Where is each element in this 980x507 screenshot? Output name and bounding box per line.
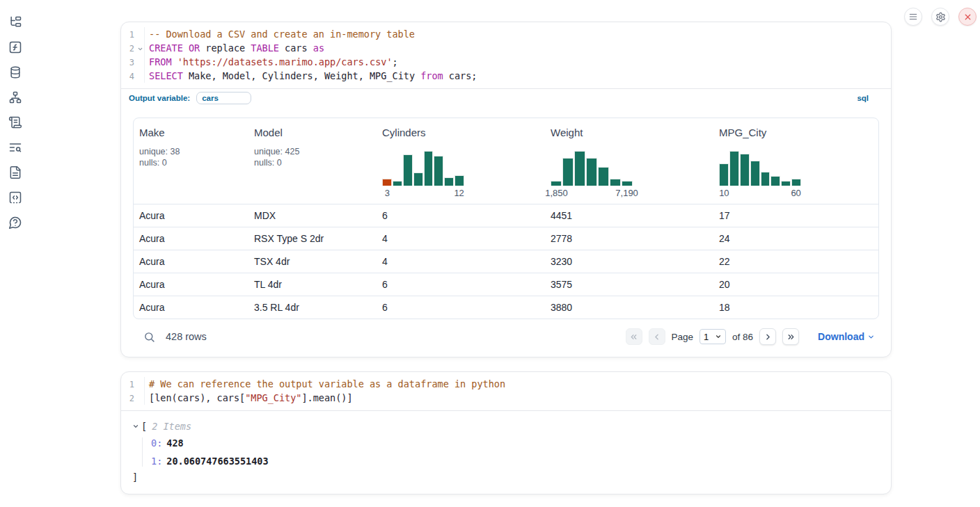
menu-icon xyxy=(908,12,918,22)
sidebar-document-button[interactable] xyxy=(8,166,22,179)
table-cell: Acura xyxy=(134,279,248,290)
output-variable-row: Output variable: sql xyxy=(121,88,891,107)
column-header-cylinders[interactable]: Cylinders312 xyxy=(377,118,545,204)
next-page-button[interactable] xyxy=(759,328,776,345)
python-code-editor[interactable]: 1# We can reference the output variable … xyxy=(121,372,891,410)
python-cell-output: [ 2 Items 0:4281:20.060747663551403 ] xyxy=(121,410,891,494)
table-cell: 6 xyxy=(377,279,545,290)
column-name: Make xyxy=(139,127,243,138)
histogram-bar xyxy=(586,158,597,186)
column-name: MPG_City xyxy=(719,127,873,138)
column-histogram[interactable]: 1,8507,190 xyxy=(551,151,708,198)
notebook: 1-- Download a CSV and create an in-memo… xyxy=(120,22,892,494)
close-icon xyxy=(963,13,972,22)
sidebar-function-button[interactable] xyxy=(8,40,22,54)
table-cell: 4451 xyxy=(545,210,713,221)
output-variable-label: Output variable: xyxy=(129,94,190,102)
row-count: 428 rows xyxy=(166,331,207,342)
histogram-min-label: 3 xyxy=(385,188,390,198)
code-line[interactable]: 2CREATE OR replace TABLE cars as xyxy=(121,41,891,55)
histogram-bar xyxy=(444,177,454,186)
column-header-mpg_city[interactable]: MPG_City1060 xyxy=(713,118,878,204)
column-header-weight[interactable]: Weight1,8507,190 xyxy=(545,118,713,204)
histogram-bars xyxy=(719,151,801,186)
table-cell: 2778 xyxy=(545,233,713,244)
histogram-bar xyxy=(413,172,423,186)
column-histogram[interactable]: 1060 xyxy=(719,151,873,198)
histogram-bar xyxy=(551,181,562,186)
search-icon xyxy=(143,331,155,343)
code-line[interactable]: 4SELECT Make, Model, Cylinders, Weight, … xyxy=(121,69,891,83)
sidebar-help-button[interactable] xyxy=(8,216,22,230)
gear-icon xyxy=(935,12,946,22)
histogram-bars xyxy=(382,151,464,186)
last-page-button[interactable] xyxy=(782,328,799,345)
column-histogram[interactable]: 312 xyxy=(382,151,539,198)
histogram-max-label: 7,190 xyxy=(615,188,638,198)
sidebar-code-snippets-button[interactable] xyxy=(8,191,22,204)
table-cell: 3880 xyxy=(545,302,713,313)
column-stat: unique: 38 xyxy=(139,146,243,157)
histogram-bar xyxy=(750,161,760,186)
previous-page-button[interactable] xyxy=(649,328,665,345)
search-button[interactable] xyxy=(143,331,155,343)
column-stats: unique: 38nulls: 0 xyxy=(139,146,243,168)
log-search-icon xyxy=(8,140,22,154)
sidebar-database-button[interactable] xyxy=(8,65,22,79)
column-header-model[interactable]: Modelunique: 425nulls: 0 xyxy=(248,118,377,204)
histogram-bar xyxy=(781,181,791,186)
settings-button[interactable] xyxy=(931,8,949,26)
histogram-max-label: 60 xyxy=(791,188,800,198)
list-item-index: 1: xyxy=(151,456,162,467)
line-number-gutter: 1 xyxy=(121,27,145,41)
download-label: Download xyxy=(818,331,864,342)
table-cell: 6 xyxy=(377,210,545,221)
close-button[interactable] xyxy=(958,8,977,26)
first-page-button[interactable] xyxy=(626,328,642,345)
sql-cell-output: Makeunique: 38nulls: 0Modelunique: 425nu… xyxy=(121,107,891,357)
line-number-gutter: 1 xyxy=(121,377,145,391)
list-item-value: 20.060747663551403 xyxy=(166,456,268,467)
sidebar-dependency-graph-button[interactable] xyxy=(8,90,22,104)
table-cell: 17 xyxy=(713,210,878,221)
line-number-gutter: 2 xyxy=(121,41,145,55)
code-line[interactable]: 1-- Download a CSV and create an in-memo… xyxy=(121,27,891,41)
histogram-bar xyxy=(761,172,770,186)
page-select-value: 1 xyxy=(704,332,709,342)
line-number: 4 xyxy=(129,70,134,83)
sql-code-editor[interactable]: 1-- Download a CSV and create an in-memo… xyxy=(121,22,891,88)
histogram-bar xyxy=(393,181,402,186)
list-tree-header[interactable]: [ 2 Items xyxy=(132,421,880,432)
table-cell: 6 xyxy=(377,302,545,313)
column-name: Model xyxy=(254,127,371,138)
sql-cell: 1-- Download a CSV and create an in-memo… xyxy=(120,22,892,357)
histogram-bar xyxy=(455,175,464,186)
database-icon xyxy=(8,65,22,79)
histogram-labels: 1,8507,190 xyxy=(551,188,633,198)
sidebar-file-tree-button[interactable] xyxy=(8,15,22,29)
code-line[interactable]: 1# We can reference the output variable … xyxy=(121,377,891,391)
column-header-make[interactable]: Makeunique: 38nulls: 0 xyxy=(134,118,248,204)
sidebar-log-search-button[interactable] xyxy=(8,140,22,154)
close-bracket: ] xyxy=(132,472,880,483)
menu-button[interactable] xyxy=(904,8,922,26)
help-icon xyxy=(8,216,22,230)
code-line[interactable]: 2[len(cars), cars["MPG_City"].mean()] xyxy=(121,391,891,405)
download-button[interactable]: Download xyxy=(818,331,875,342)
line-number: 2 xyxy=(129,392,134,405)
sidebar xyxy=(0,0,31,507)
line-number: 1 xyxy=(129,378,134,392)
sidebar-scroll-button[interactable] xyxy=(8,115,22,129)
histogram-bar xyxy=(574,151,585,186)
page-select[interactable]: 1 xyxy=(700,329,726,344)
document-icon xyxy=(8,166,22,179)
output-variable-input[interactable] xyxy=(196,92,251,104)
table-row: AcuraTL 4dr6357520 xyxy=(134,273,878,296)
table-cell: TSX 4dr xyxy=(248,256,377,267)
chevron-left-icon xyxy=(652,332,661,341)
list-item: 0:428 xyxy=(151,437,880,449)
fold-chevron-icon[interactable] xyxy=(137,46,143,52)
code-line[interactable]: 3FROM 'https://datasets.marimo.app/cars.… xyxy=(121,55,891,69)
chevron-right-icon xyxy=(764,332,773,341)
histogram-labels: 1060 xyxy=(719,188,801,198)
